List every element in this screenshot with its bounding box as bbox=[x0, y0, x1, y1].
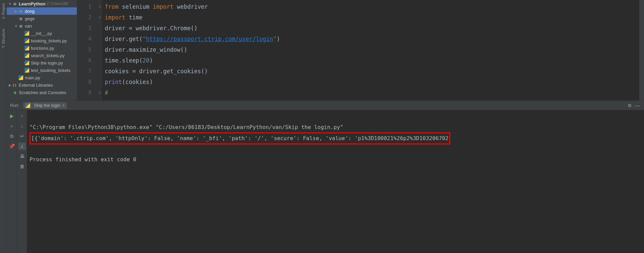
code-line[interactable]: print(cookies) bbox=[105, 77, 639, 87]
gear-icon[interactable]: ⚙ bbox=[628, 103, 632, 108]
trash-icon[interactable]: 🗑 bbox=[18, 163, 26, 170]
fold-marker: ⊖ bbox=[97, 87, 102, 98]
tree-item[interactable]: functions.py bbox=[7, 44, 77, 52]
chevron-down-icon: ▼ bbox=[14, 24, 18, 28]
tree-root-label: LearnPython bbox=[19, 1, 45, 6]
tree-item-label: test_booking_tickets bbox=[31, 68, 71, 73]
run-tab-label: Skip the login bbox=[34, 103, 60, 108]
line-number-gutter: 123456789 bbox=[77, 0, 97, 100]
python-file-icon bbox=[24, 45, 30, 51]
python-file-icon bbox=[18, 75, 24, 80]
tree-item[interactable]: __init__.py bbox=[7, 30, 77, 37]
project-tree[interactable]: ▼ ▣ LearnPython C:\Users\86 ▶▣dong▣gege▼… bbox=[7, 0, 77, 100]
line-number: 5 bbox=[77, 44, 91, 55]
pin-icon[interactable]: 📌 bbox=[8, 142, 15, 150]
chevron-right-icon: ▶ bbox=[8, 83, 12, 87]
scratches-label: Scratches and Consoles bbox=[19, 90, 66, 95]
chevron-down-icon: ▼ bbox=[8, 2, 12, 6]
python-file-icon bbox=[24, 60, 30, 66]
code-line[interactable]: driver = webdriver.Chrome() bbox=[105, 23, 639, 34]
line-number: 9 bbox=[77, 87, 91, 98]
tree-item[interactable]: ▣gege bbox=[7, 15, 77, 22]
tree-item[interactable]: main.py bbox=[7, 74, 77, 81]
console-line-highlighted: [{'domain': '.ctrip.com', 'httpOnly': Fa… bbox=[30, 132, 450, 144]
console-output[interactable]: "C:\Program Files\Python38\python.exe" "… bbox=[27, 110, 644, 253]
python-icon bbox=[25, 103, 31, 108]
tree-item[interactable]: search_tickets.py bbox=[7, 52, 77, 59]
tree-item[interactable]: test_booking_tickets bbox=[7, 67, 77, 74]
tree-item[interactable]: booking_tickets.py bbox=[7, 37, 77, 44]
minimize-icon[interactable]: — bbox=[635, 103, 640, 108]
fold-marker bbox=[97, 77, 102, 87]
soft-wrap-icon[interactable]: ↩ bbox=[18, 132, 26, 140]
tree-item-label: Skip the login.py bbox=[31, 60, 63, 66]
tree-item[interactable]: Skip the login.py bbox=[7, 59, 77, 67]
code-line[interactable]: time.sleep(20) bbox=[105, 55, 639, 66]
tree-item-label: main.py bbox=[25, 75, 40, 80]
code-line[interactable]: cookies = driver.get_cookies() bbox=[105, 66, 639, 77]
tree-item-label: gege bbox=[25, 16, 35, 21]
close-icon[interactable]: × bbox=[62, 103, 65, 108]
code-line[interactable]: # bbox=[105, 87, 639, 98]
python-file-icon bbox=[24, 68, 30, 73]
fold-marker bbox=[97, 34, 102, 44]
fold-marker bbox=[97, 44, 102, 55]
tree-item-label: __init__.py bbox=[31, 31, 52, 36]
tree-scratches[interactable]: ◑ Scratches and Consoles bbox=[7, 89, 77, 96]
code-line[interactable]: driver.maximize_window() bbox=[105, 44, 639, 55]
library-icon: ⫿⫿ bbox=[12, 82, 17, 88]
tree-item-label: search_tickets.py bbox=[31, 53, 64, 58]
line-number: 3 bbox=[77, 23, 91, 34]
external-libraries-label: External Libraries bbox=[19, 83, 53, 88]
console-line: Process finished with exit code 0 bbox=[30, 156, 136, 163]
code-line[interactable]: from selenium import webdriver bbox=[105, 1, 639, 12]
fold-marker: ⊖ bbox=[97, 1, 102, 12]
line-number: 7 bbox=[77, 66, 91, 77]
editor-scrollbar[interactable] bbox=[639, 0, 644, 100]
python-file-icon bbox=[24, 38, 30, 43]
line-number: 2 bbox=[77, 12, 91, 23]
tree-item-label: booking_tickets.py bbox=[31, 38, 67, 43]
tree-item-label: functions.py bbox=[31, 46, 54, 51]
scratch-icon: ◑ bbox=[12, 90, 17, 95]
up-arrow-icon[interactable]: ↑ bbox=[18, 112, 26, 120]
stop-icon[interactable]: ■ bbox=[8, 122, 15, 130]
layout-icon[interactable]: ⧉ bbox=[8, 132, 15, 140]
console-line: "C:\Program Files\Python38\python.exe" "… bbox=[30, 124, 343, 130]
python-file-icon bbox=[24, 31, 30, 36]
run-header: Run: Skip the login × ⚙ — bbox=[7, 101, 644, 110]
tree-item[interactable]: ▼▣van bbox=[7, 22, 77, 30]
run-toolbar-left: ▶ ■ ⧉ 📌 bbox=[7, 110, 17, 253]
tree-item-label: dong bbox=[25, 9, 35, 14]
folder-icon: ▣ bbox=[18, 8, 24, 14]
scroll-to-end-icon[interactable]: ⤓ bbox=[18, 142, 26, 150]
tree-item[interactable]: ▶▣dong bbox=[7, 7, 77, 15]
line-number: 8 bbox=[77, 77, 91, 87]
down-arrow-icon[interactable]: ↓ bbox=[18, 122, 26, 130]
code-area[interactable]: from selenium import webdriverimport tim… bbox=[102, 0, 639, 100]
run-label: Run: bbox=[10, 103, 19, 108]
python-file-icon bbox=[24, 53, 30, 58]
run-toolbar-left2: ↑ ↓ ↩ ⤓ 🖶 🗑 bbox=[17, 110, 27, 253]
print-icon[interactable]: 🖶 bbox=[18, 153, 26, 160]
tree-root[interactable]: ▼ ▣ LearnPython C:\Users\86 bbox=[7, 0, 77, 7]
code-line[interactable]: import time bbox=[105, 12, 639, 23]
project-tool-tab[interactable]: 1: Project bbox=[1, 3, 5, 19]
fold-gutter: ⊖⊖⊖ bbox=[97, 0, 102, 100]
code-line[interactable]: driver.get("https://passport.ctrip.com/u… bbox=[105, 34, 639, 44]
fold-marker: ⊖ bbox=[97, 12, 102, 23]
rerun-icon[interactable]: ▶ bbox=[8, 112, 15, 120]
fold-marker bbox=[97, 55, 102, 66]
tree-item-label: van bbox=[25, 24, 32, 29]
tree-root-path: C:\Users\86 bbox=[47, 1, 68, 6]
fold-marker bbox=[97, 23, 102, 34]
chevron-right-icon: ▶ bbox=[14, 9, 18, 13]
run-tab[interactable]: Skip the login × bbox=[23, 102, 66, 109]
tree-external-libraries[interactable]: ▶ ⫿⫿ External Libraries bbox=[7, 81, 77, 89]
structure-tool-tab[interactable]: 7: Structure bbox=[1, 29, 5, 48]
folder-icon: ▣ bbox=[18, 23, 24, 29]
line-number: 1 bbox=[77, 1, 91, 12]
code-editor[interactable]: 123456789 ⊖⊖⊖ from selenium import webdr… bbox=[77, 0, 644, 100]
folder-icon: ▣ bbox=[12, 1, 17, 6]
line-number: 4 bbox=[77, 34, 91, 44]
